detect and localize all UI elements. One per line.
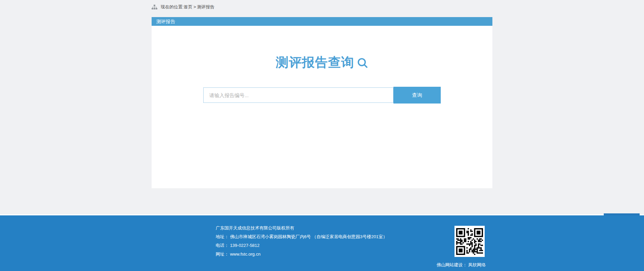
qr-code <box>454 226 485 257</box>
address-line: 地址： 佛山市禅城区石湾小雾岗园林陶瓷厂内6号 （自编泛家居电商创意园3号楼20… <box>216 232 387 241</box>
site-builder-link[interactable]: 佛山网站建设： 凤软网络 <box>436 262 486 268</box>
breadcrumb-home-link[interactable]: 首页 <box>184 4 193 9</box>
footer-info: 广东国开天成信息技术有限公司版权所有 地址： 佛山市禅城区石湾小雾岗园林陶瓷厂内… <box>216 224 387 259</box>
query-title-text: 测评报告查询 <box>276 54 354 71</box>
query-button[interactable]: 查询 <box>393 87 441 104</box>
breadcrumb-text: 现在的位置:首页>测评报告 <box>161 4 214 10</box>
breadcrumb-separator: > <box>193 4 197 9</box>
page-title: 测评报告查询 <box>152 54 492 71</box>
section-header-bar: 测评报告 <box>152 17 492 26</box>
copyright-text: 广东国开天成信息技术有限公司版权所有 <box>216 224 387 232</box>
search-form: 查询 <box>203 87 441 104</box>
phone-line: 电话： 139-0227-5812 <box>216 241 387 250</box>
phone-value: 139-0227-5812 <box>230 243 260 248</box>
section-title: 测评报告 <box>156 19 175 24</box>
content-panel: 测评报告 测评报告查询 查询 <box>152 17 492 188</box>
sitemap-icon <box>152 5 157 10</box>
address-value: 佛山市禅城区石湾小雾岗园林陶瓷厂内6号 （自编泛家居电商创意园3号楼201室） <box>230 234 387 239</box>
search-icon <box>357 58 368 69</box>
website-line: 网址： www.fstc.org.cn <box>216 250 387 259</box>
breadcrumb: 现在的位置:首页>测评报告 <box>152 4 214 10</box>
website-label: 网址： <box>216 252 230 257</box>
address-label: 地址： <box>216 234 230 239</box>
website-link[interactable]: www.fstc.org.cn <box>230 252 261 257</box>
breadcrumb-current: 测评报告 <box>197 4 214 9</box>
footer: 广东国开天成信息技术有限公司版权所有 地址： 佛山市禅城区石湾小雾岗园林陶瓷厂内… <box>0 215 644 271</box>
breadcrumb-prefix: 现在的位置: <box>161 4 184 9</box>
phone-label: 电话： <box>216 243 230 248</box>
report-number-input[interactable] <box>203 87 393 103</box>
